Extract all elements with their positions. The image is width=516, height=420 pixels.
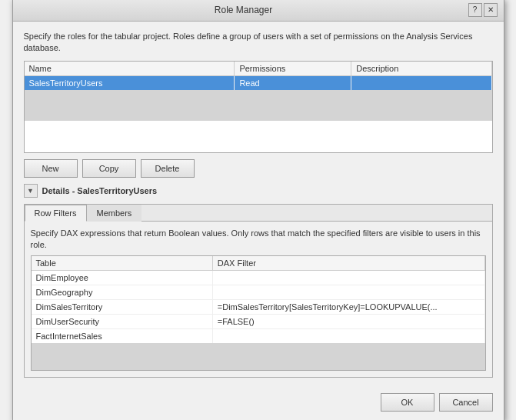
col-header-table: Table <box>32 256 213 271</box>
filter-table-cell: DimGeography <box>32 285 213 300</box>
filter-table: Table DAX Filter DimEmployeeDimGeography… <box>32 256 485 343</box>
role-description-cell <box>351 75 491 90</box>
expand-button[interactable]: ▼ <box>24 184 38 198</box>
role-permissions-cell: Read <box>235 75 351 90</box>
filter-dax-cell[interactable]: =DimSalesTerritory[SalesTerritoryKey]=LO… <box>212 300 484 315</box>
help-button[interactable]: ? <box>468 3 482 17</box>
filter-dax-cell[interactable] <box>212 329 484 344</box>
filter-table-container: Table DAX Filter DimEmployeeDimGeography… <box>31 255 486 371</box>
col-header-name: Name <box>25 62 235 76</box>
roles-table-header: Name Permissions Description <box>25 62 492 76</box>
tab-members[interactable]: Members <box>87 205 142 222</box>
table-row[interactable]: DimGeography <box>32 285 485 300</box>
roles-table-container: Name Permissions Description SalesTerrit… <box>24 61 493 153</box>
table-row[interactable]: DimEmployee <box>32 271 485 285</box>
filter-empty-area <box>32 343 485 371</box>
filter-dax-cell[interactable]: =FALSE() <box>212 315 484 329</box>
filter-table-header: Table DAX Filter <box>32 256 485 271</box>
col-header-permissions: Permissions <box>235 62 351 76</box>
dialog-title: Role Manager <box>215 5 272 15</box>
table-row[interactable]: DimSalesTerritory=DimSalesTerritory[Sale… <box>32 300 485 315</box>
dialog-body: Specify the roles for the tabular projec… <box>13 22 504 388</box>
filter-table-cell: DimSalesTerritory <box>32 300 213 315</box>
tabs-container: Row Filters Members Specify DAX expressi… <box>24 204 493 378</box>
filter-table-cell: DimUserSecurity <box>32 315 213 329</box>
details-row: ▼ Details - SalesTerritoryUsers <box>24 184 493 198</box>
dialog-description: Specify the roles for the tabular projec… <box>24 31 493 55</box>
expand-icon: ▼ <box>27 187 34 195</box>
copy-button[interactable]: Copy <box>82 159 136 178</box>
row-filters-description: Specify DAX expressions that return Bool… <box>31 228 486 252</box>
table-row[interactable]: FactInternetSales <box>32 329 485 344</box>
col-header-description: Description <box>351 62 491 76</box>
dialog-footer: OK Cancel <box>13 387 504 420</box>
tab-content-row-filters: Specify DAX expressions that return Bool… <box>25 222 492 378</box>
table-row[interactable]: SalesTerritoryUsersRead <box>25 75 492 90</box>
tab-row-filters[interactable]: Row Filters <box>25 205 87 222</box>
new-button[interactable]: New <box>24 159 78 178</box>
action-buttons: New Copy Delete <box>24 159 493 178</box>
title-bar: Role Manager ? ✕ <box>13 0 504 22</box>
col-header-dax: DAX Filter <box>212 256 484 271</box>
ok-button[interactable]: OK <box>381 393 434 412</box>
role-name-cell: SalesTerritoryUsers <box>25 75 235 90</box>
title-bar-controls: ? ✕ <box>468 3 498 17</box>
roles-table: Name Permissions Description SalesTerrit… <box>25 62 492 90</box>
role-manager-dialog: Role Manager ? ✕ Specify the roles for t… <box>12 0 504 420</box>
close-button[interactable]: ✕ <box>484 3 498 17</box>
tab-bar: Row Filters Members <box>25 205 492 222</box>
filter-table-cell: FactInternetSales <box>32 329 213 344</box>
cancel-button[interactable]: Cancel <box>439 393 493 412</box>
filter-table-cell: DimEmployee <box>32 271 213 285</box>
filter-dax-cell[interactable] <box>212 271 484 285</box>
details-label: Details - SalesTerritoryUsers <box>42 186 158 195</box>
roles-empty-area <box>25 90 492 121</box>
table-row[interactable]: DimUserSecurity=FALSE() <box>32 315 485 329</box>
filter-dax-cell[interactable] <box>212 285 484 300</box>
delete-button[interactable]: Delete <box>141 159 195 178</box>
